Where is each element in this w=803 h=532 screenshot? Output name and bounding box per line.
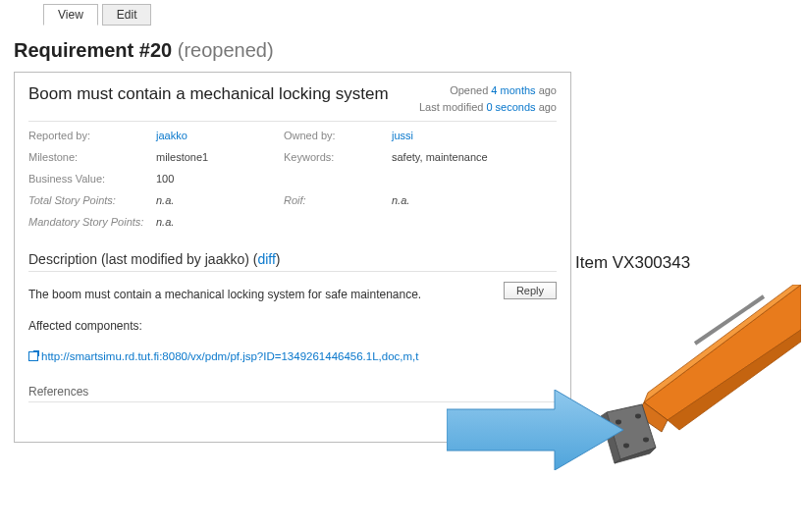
item-label: Item VX300343 [575, 253, 690, 273]
ticket-summary: Boom must contain a mechanical locking s… [28, 84, 389, 104]
svg-point-9 [635, 414, 641, 419]
external-link-icon [28, 351, 38, 361]
opened-link[interactable]: 4 months [491, 84, 535, 96]
label-milestone: Milestone: [28, 151, 156, 163]
description-heading: Description (last modified by jaakko) (d… [28, 251, 557, 272]
ticket-box: Boom must contain a mechanical locking s… [14, 72, 571, 443]
svg-point-10 [623, 444, 629, 449]
arrow-icon [447, 390, 623, 470]
description-text: The boom must contain a mechanical locki… [28, 286, 557, 303]
desc-heading-suffix: ) [276, 251, 281, 267]
opened-suffix: ago [536, 84, 557, 96]
svg-marker-0 [447, 390, 623, 470]
label-bv: Business Value: [28, 173, 156, 185]
label-keywords: Keywords: [284, 151, 392, 163]
divider [28, 121, 557, 122]
ticket-meta: Opened 4 months ago Last modified 0 seco… [419, 82, 557, 115]
value-owned-by[interactable]: jussi [392, 130, 413, 141]
label-tsp: Total Story Points: [28, 194, 156, 206]
page-title-row: Requirement #20 (reopened) [14, 39, 803, 62]
affected-components-label: Affected components: [28, 317, 557, 335]
component-url[interactable]: http://smartsimu.rd.tut.fi:8080/vx/pdm/p… [41, 350, 419, 362]
diff-link[interactable]: diff [257, 251, 275, 267]
label-msp: Mandatory Story Points: [28, 216, 156, 228]
component-url-row: http://smartsimu.rd.tut.fi:8080/vx/pdm/p… [28, 348, 557, 365]
desc-heading-prefix: Description (last modified by jaakko) ( [28, 251, 257, 267]
label-reported-by: Reported by: [28, 130, 156, 141]
status-label: (reopened) [178, 39, 274, 61]
modified-link[interactable]: 0 seconds [486, 101, 535, 113]
modified-prefix: Last modified [419, 101, 486, 113]
value-milestone: milestone1 [156, 151, 284, 163]
svg-point-11 [643, 438, 649, 443]
value-bv: 100 [156, 173, 284, 185]
description-body: The boom must contain a mechanical locki… [28, 286, 557, 365]
field-grid: Reported by: jaakko Owned by: jussi Mile… [28, 124, 557, 232]
value-reported-by[interactable]: jaakko [156, 130, 187, 141]
tab-edit[interactable]: Edit [102, 4, 152, 26]
opened-prefix: Opened [450, 84, 491, 96]
reply-button[interactable]: Reply [504, 282, 557, 299]
page-title: Requirement #20 [14, 39, 172, 61]
value-roif: n.a. [392, 194, 557, 206]
summary-row: Boom must contain a mechanical locking s… [28, 82, 557, 115]
tabs: View Edit [43, 4, 803, 26]
tab-view[interactable]: View [43, 4, 98, 26]
value-msp: n.a. [156, 216, 284, 228]
label-roif: Roif: [284, 194, 392, 206]
value-keywords: safety, maintenance [392, 151, 557, 163]
label-owned-by: Owned by: [284, 130, 392, 141]
value-tsp: n.a. [156, 194, 284, 206]
item-3d-model [597, 285, 801, 473]
modified-suffix: ago [536, 101, 557, 113]
